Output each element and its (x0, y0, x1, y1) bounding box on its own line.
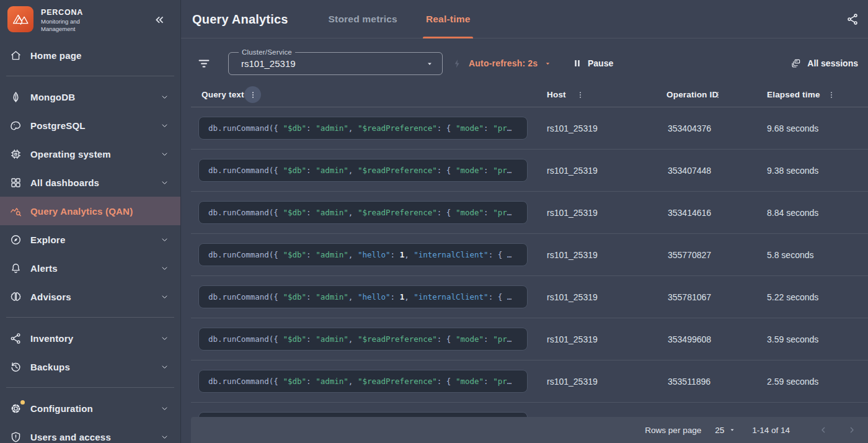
topbar: Query Analytics Stored metricsReal-time (181, 0, 868, 38)
sidebar-nav: Home pageMongoDBPostgreSQLOperating syst… (0, 41, 180, 443)
sidebar-item-label: Configuration (30, 403, 160, 414)
pause-button[interactable]: Pause (572, 52, 613, 74)
column-menu-icon[interactable] (244, 86, 261, 103)
tab-stored-metrics[interactable]: Stored metrics (326, 0, 401, 38)
share-icon[interactable] (846, 12, 859, 26)
cluster-service-select[interactable]: Cluster/Service rs101_25319 (228, 52, 443, 75)
table-row: db.runCommand({ "$db": "admin", "hello":… (181, 234, 868, 276)
host-cell: rs101_25319 (547, 150, 598, 192)
chevron-down-icon (160, 121, 169, 130)
pause-label: Pause (588, 58, 613, 68)
sidebar-item-label: Backups (30, 362, 160, 372)
column-menu-icon[interactable] (823, 86, 839, 103)
sidebar-item-configuration[interactable]: Configuration (0, 394, 180, 423)
sidebar-item-query-analytics[interactable]: Query Analytics (QAN) (0, 197, 180, 225)
previous-page-icon[interactable] (816, 423, 831, 437)
column-menu-icon[interactable] (709, 86, 726, 103)
column-header-query-text: Query text (202, 86, 244, 103)
query-text-cell[interactable]: db.runCommand({ "$db": "admin", "hello":… (198, 243, 528, 266)
percona-logo-icon (7, 6, 33, 32)
page-title: Query Analytics (192, 12, 288, 27)
brand-text: PERCONA Monitoring and Management (41, 6, 83, 33)
sidebar-divider (6, 76, 174, 76)
query-text-cell[interactable]: db.runCommand({ "$db": "admin", "$readPr… (198, 117, 528, 140)
auto-refresh-select[interactable]: Auto-refresh: 2s (452, 52, 552, 74)
tab-real-time[interactable]: Real-time (423, 0, 474, 38)
operating-system-icon (9, 148, 22, 161)
table-row: db.runCommand({ "$db": "admin", "$readPr… (181, 150, 868, 192)
elapsed-time-cell: 5.22 seconds (767, 276, 818, 318)
column-menu-icon[interactable] (572, 86, 588, 103)
operation-id-cell: 355770827 (668, 234, 711, 276)
sidebar-item-label: Inventory (30, 333, 160, 344)
chevron-down-icon (160, 334, 169, 343)
elapsed-time-cell: 2.59 seconds (767, 360, 818, 403)
tabs: Stored metricsReal-time (326, 0, 474, 38)
sidebar-item-postgresql[interactable]: PostgreSQL (0, 111, 180, 140)
sidebar-item-alerts[interactable]: Alerts (0, 254, 180, 282)
table-header: Query text Host Operation ID Elapsed tim… (181, 86, 868, 107)
all-dashboards-icon (9, 176, 22, 189)
users-access-icon (9, 431, 22, 443)
query-code: db.runCommand({ "$db": "admin", "$readPr… (208, 334, 512, 344)
query-text-cell[interactable]: db.runCommand({ "$db": "admin", "$readPr… (198, 159, 528, 182)
caret-down-icon (544, 60, 552, 68)
pagination-bar: Rows per page 25 1-14 of 14 (191, 417, 868, 443)
brand: PERCONA Monitoring and Management (0, 0, 180, 33)
host-cell: rs101_25319 (547, 192, 598, 234)
sidebar-item-operating-system[interactable]: Operating system (0, 140, 180, 168)
sidebar-item-inventory[interactable]: Inventory (0, 324, 180, 352)
query-text-cell[interactable]: db.runCommand({ "$db": "admin", "$readPr… (198, 201, 528, 224)
main-content: Query Analytics Stored metricsReal-time … (181, 0, 868, 443)
table-body: db.runCommand({ "$db": "admin", "$readPr… (181, 107, 868, 403)
sidebar-item-users-access[interactable]: Users and access (0, 423, 180, 443)
host-cell: rs101_25319 (547, 318, 598, 360)
brand-tagline: Monitoring and Management (41, 18, 83, 33)
query-text-cell[interactable]: db.runCommand({ "$db": "admin", "$readPr… (198, 370, 528, 393)
backups-icon (9, 360, 22, 374)
brand-name: PERCONA (41, 8, 83, 17)
caret-down-icon (728, 426, 736, 434)
chevron-down-icon (160, 150, 169, 159)
sidebar-item-mongodb[interactable]: MongoDB (0, 83, 180, 111)
query-text-cell[interactable]: db.runCommand({ "$db": "admin", "hello":… (198, 285, 528, 308)
query-code: db.runCommand({ "$db": "admin", "$readPr… (208, 123, 512, 133)
sidebar-item-label: Operating system (30, 149, 160, 159)
chevron-down-icon (160, 362, 169, 372)
sidebar-item-advisors[interactable]: Advisors (0, 282, 180, 311)
rows-per-page-select[interactable]: 25 (715, 426, 736, 435)
auto-refresh-label: Auto-refresh: 2s (469, 58, 538, 68)
sidebar-item-backups[interactable]: Backups (0, 352, 180, 381)
rows-per-page-label: Rows per page (645, 426, 701, 435)
sidebar-item-label: Users and access (30, 432, 160, 442)
query-code: db.runCommand({ "$db": "admin", "$readPr… (208, 166, 512, 175)
query-code: db.runCommand({ "$db": "admin", "hello":… (208, 292, 512, 302)
sidebar-divider (6, 317, 174, 318)
query-code: db.runCommand({ "$db": "admin", "$readPr… (208, 208, 512, 217)
next-page-icon[interactable] (844, 423, 859, 437)
inventory-icon (9, 332, 22, 345)
collapse-sidebar-icon[interactable] (152, 12, 167, 27)
sidebar-item-label: Alerts (30, 263, 160, 274)
cluster-service-value: rs101_25319 (241, 53, 296, 74)
query-text-cell[interactable]: db.runCommand({ "$db": "admin", "$readPr… (198, 328, 528, 351)
all-sessions-button[interactable]: All sessions (790, 52, 858, 74)
filter-icon[interactable] (197, 56, 211, 71)
notification-dot (20, 400, 25, 405)
sidebar-item-label: Explore (30, 235, 160, 245)
alerts-icon (9, 262, 22, 275)
chevron-down-icon (160, 292, 169, 302)
table-row: db.runCommand({ "$db": "admin", "$readPr… (181, 360, 868, 403)
explore-icon (9, 233, 22, 246)
table-row: db.runCommand({ "$db": "admin", "$readPr… (181, 107, 868, 150)
table-row: db.runCommand({ "$db": "admin", "$readPr… (181, 318, 868, 360)
sidebar-item-home[interactable]: Home page (0, 41, 180, 69)
sidebar-item-label: Home page (30, 50, 169, 61)
sidebar-item-explore[interactable]: Explore (0, 225, 180, 254)
sidebar-item-all-dashboards[interactable]: All dashboards (0, 168, 180, 197)
sidebar-item-label: MongoDB (30, 92, 160, 102)
elapsed-time-cell: 5.8 seconds (767, 234, 814, 276)
sidebar-item-label: Advisors (30, 292, 160, 302)
configuration-icon (9, 402, 22, 415)
operation-id-cell: 353499608 (668, 318, 711, 360)
